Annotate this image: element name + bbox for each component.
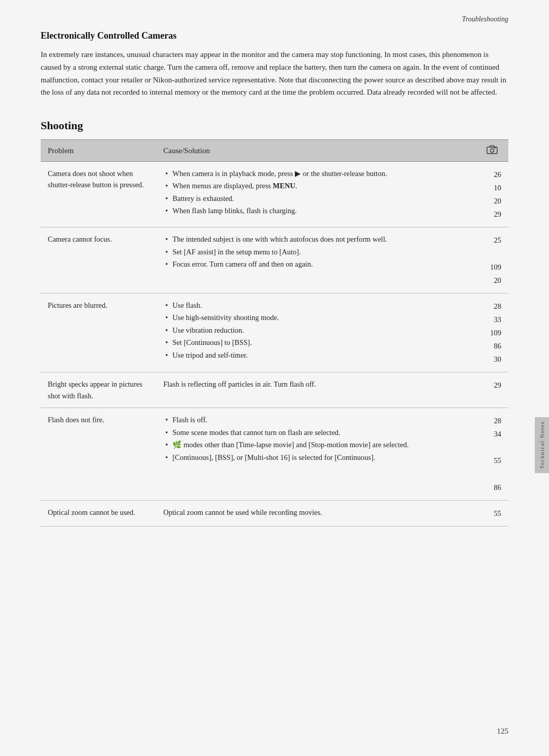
list-item: Set [Continuous] to [BSS].	[163, 337, 468, 348]
problem-cell: Camera cannot focus.	[41, 227, 156, 293]
problem-cell: Camera does not shoot when shutter-relea…	[41, 162, 156, 227]
cause-cell: The intended subject is one with which a…	[156, 227, 475, 293]
technical-notes-tab: Technical Notes	[535, 417, 549, 473]
electronically-section: Electronically Controlled Cameras In ext…	[41, 31, 508, 99]
cause-cell: Optical zoom cannot be used while record…	[156, 500, 475, 526]
page-cell: 28345586	[475, 408, 508, 501]
shooting-section: Shooting Problem Cause/Solution	[41, 119, 508, 527]
list-item: Use vibration reduction.	[163, 325, 468, 336]
list-item: When camera is in playback mode, press ▶…	[163, 168, 468, 179]
list-item: [Continuous], [BSS], or [Multi-shot 16] …	[163, 452, 468, 463]
shooting-table: Problem Cause/Solution	[41, 139, 508, 527]
svg-point-1	[490, 149, 494, 153]
electronically-body: In extremely rare instances, unusual cha…	[41, 48, 508, 99]
list-item: Flash is off.	[163, 414, 468, 425]
page-cell: 28331098630	[475, 293, 508, 372]
problem-header: Problem	[41, 140, 156, 162]
page-cell: 29	[475, 372, 508, 408]
table-row: Pictures are blurred. Use flash. Use hig…	[41, 293, 508, 372]
list-item: When flash lamp blinks, flash is chargin…	[163, 205, 468, 216]
electronically-title: Electronically Controlled Cameras	[41, 31, 508, 41]
page-cell: 55	[475, 500, 508, 526]
cause-cell: Flash is off. Some scene modes that cann…	[156, 408, 475, 501]
list-item: Some scene modes that cannot turn on fla…	[163, 427, 468, 438]
page-cell: 26102029	[475, 162, 508, 227]
list-item: 🌿 modes other than [Time-lapse movie] an…	[163, 439, 468, 450]
list-item: When menus are displayed, press MENU.	[163, 180, 468, 191]
cause-cell: When camera is in playback mode, press ▶…	[156, 162, 475, 227]
table-row: Bright specks appear in pictures shot wi…	[41, 372, 508, 408]
table-row: Camera cannot focus. The intended subjec…	[41, 227, 508, 293]
list-item: Battery is exhausted.	[163, 193, 468, 204]
table-row: Flash does not fire. Flash is off. Some …	[41, 408, 508, 501]
problem-cell: Flash does not fire.	[41, 408, 156, 501]
cause-cell: Use flash. Use high-sensitivity shooting…	[156, 293, 475, 372]
page-cell: 2510920	[475, 227, 508, 293]
table-row: Camera does not shoot when shutter-relea…	[41, 162, 508, 227]
svg-rect-2	[490, 146, 494, 147]
page: Troubleshooting Electronically Controlle…	[0, 0, 549, 756]
problem-cell: Pictures are blurred.	[41, 293, 156, 372]
list-item: The intended subject is one with which a…	[163, 234, 468, 245]
problem-cell: Bright specks appear in pictures shot wi…	[41, 372, 156, 408]
svg-rect-3	[494, 148, 496, 149]
list-item: Focus error. Turn camera off and then on…	[163, 258, 468, 270]
cause-header: Cause/Solution	[156, 140, 475, 162]
list-item: Use tripod and self-timer.	[163, 350, 468, 361]
list-item: Use flash.	[163, 300, 468, 311]
cause-cell: Flash is reflecting off particles in air…	[156, 372, 475, 408]
problem-cell: Optical zoom cannot be used.	[41, 500, 156, 526]
side-tab-label: Technical Notes	[539, 421, 545, 469]
header-section-label: Troubleshooting	[462, 15, 508, 23]
shooting-title: Shooting	[41, 119, 508, 132]
page-number: 125	[497, 727, 509, 736]
list-item: Set [AF assist] in the setup menu to [Au…	[163, 246, 468, 257]
table-row: Optical zoom cannot be used. Optical zoo…	[41, 500, 508, 526]
list-item: Use high-sensitivity shooting mode.	[163, 312, 468, 323]
page-header	[475, 140, 508, 162]
